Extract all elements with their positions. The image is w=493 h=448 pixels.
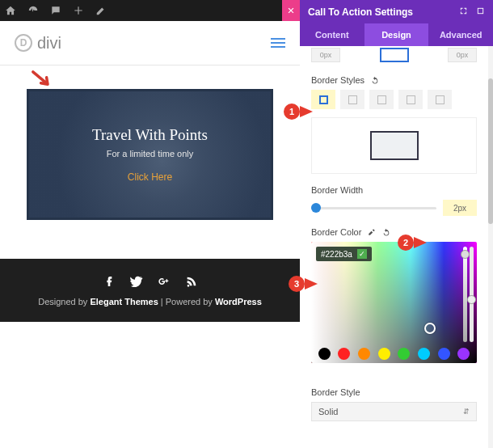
hue-slider[interactable] [470, 247, 474, 342]
panel-tabs: Content Design Advanced [300, 23, 493, 46]
color-picker[interactable]: #222b3a ✓ [311, 242, 477, 363]
cta-title: Travel With Points [92, 126, 208, 144]
site-header: D divi [0, 21, 300, 66]
border-style-value: Solid [318, 407, 338, 416]
border-width-value[interactable]: 2px [443, 200, 477, 216]
cta-module[interactable]: Travel With Points For a limited time on… [27, 89, 273, 220]
slider-thumb[interactable] [311, 203, 321, 213]
alpha-slider[interactable] [463, 247, 467, 342]
alpha-handle[interactable] [461, 250, 470, 259]
svg-rect-0 [478, 8, 482, 13]
border-color-label: Border Color [311, 227, 477, 237]
wp-admin-bar [0, 0, 300, 21]
pencil-icon[interactable] [95, 5, 107, 16]
twitter-icon[interactable] [130, 275, 143, 290]
settings-panel: Call To Action Settings Content Design A… [300, 0, 493, 448]
hex-value: #222b3a [321, 250, 352, 259]
cta-link[interactable]: Click Here [128, 171, 172, 183]
home-icon[interactable] [5, 5, 16, 16]
border-style-top[interactable] [340, 90, 364, 109]
reset-color-icon[interactable] [382, 228, 390, 236]
border-styles-row [311, 90, 477, 109]
footer-credits: Designed by Elegant Themes | Powered by … [38, 297, 262, 306]
scrollbar-thumb[interactable] [488, 78, 493, 224]
panel-scroll: 0px 0px Border Styles Border Width 2px [300, 46, 488, 448]
border-style-bottom[interactable] [398, 90, 423, 109]
hex-readout[interactable]: #222b3a ✓ [316, 247, 372, 261]
confirm-color-icon[interactable]: ✓ [357, 249, 367, 259]
border-style-all[interactable] [311, 90, 335, 109]
tab-design[interactable]: Design [364, 23, 429, 46]
facebook-icon[interactable] [103, 275, 116, 290]
logo-text: divi [37, 34, 61, 53]
expand-icon[interactable] [451, 6, 468, 18]
reset-icon[interactable] [371, 76, 379, 84]
border-width-control: 2px [311, 200, 477, 216]
social-icons [103, 275, 198, 290]
color-swatches [311, 348, 477, 360]
mobile-menu-button[interactable] [271, 38, 285, 48]
swatch-black[interactable] [318, 348, 331, 360]
chevron-updown-icon: ⇵ [463, 408, 470, 416]
border-style-select-label: Border Style [311, 387, 477, 397]
panel-title: Call To Action Settings [308, 6, 413, 18]
comment-icon[interactable] [50, 5, 61, 16]
tab-content[interactable]: Content [300, 23, 364, 46]
padding-right-input[interactable]: 0px [448, 48, 477, 62]
padding-left-input[interactable]: 0px [311, 48, 340, 62]
swatch-cyan[interactable] [418, 348, 430, 360]
swatch-blue[interactable] [438, 348, 450, 360]
swatch-red[interactable] [338, 348, 350, 360]
border-preview [311, 117, 477, 174]
eyedropper-icon[interactable] [368, 228, 376, 236]
padding-selected-input[interactable] [380, 48, 409, 62]
logo-mark-icon: D [15, 34, 32, 52]
footer-platform[interactable]: WordPress [215, 297, 262, 306]
snap-icon[interactable] [468, 6, 485, 18]
border-width-label: Border Width [311, 185, 477, 195]
padding-row: 0px 0px [311, 48, 477, 64]
footer-brand[interactable]: Elegant Themes [90, 297, 158, 306]
rss-icon[interactable] [185, 275, 198, 290]
border-width-slider[interactable] [311, 207, 436, 209]
swatch-yellow[interactable] [378, 348, 390, 360]
border-style-left[interactable] [428, 90, 452, 109]
border-style-select[interactable]: Solid ⇵ [311, 402, 477, 421]
google-plus-icon[interactable] [158, 275, 171, 290]
plus-icon[interactable] [73, 5, 84, 16]
picker-cursor[interactable] [424, 323, 436, 334]
cta-subtitle: For a limited time only [107, 149, 194, 158]
swatch-orange[interactable] [358, 348, 370, 360]
panel-scrollbar[interactable] [488, 46, 493, 448]
exit-builder-button[interactable] [282, 0, 300, 21]
swatch-green[interactable] [398, 348, 410, 360]
tab-advanced[interactable]: Advanced [428, 23, 493, 46]
swatch-purple[interactable] [457, 348, 470, 360]
site-logo[interactable]: D divi [15, 34, 61, 53]
border-style-right[interactable] [369, 90, 394, 109]
dashboard-icon[interactable] [27, 5, 39, 16]
border-styles-label: Border Styles [311, 75, 477, 85]
hue-handle[interactable] [467, 295, 476, 304]
site-footer: Designed by Elegant Themes | Powered by … [0, 259, 300, 322]
panel-header: Call To Action Settings [300, 0, 493, 23]
preview-pane: D divi Travel With Points For a limited … [0, 0, 300, 448]
preview-rect [370, 131, 419, 160]
